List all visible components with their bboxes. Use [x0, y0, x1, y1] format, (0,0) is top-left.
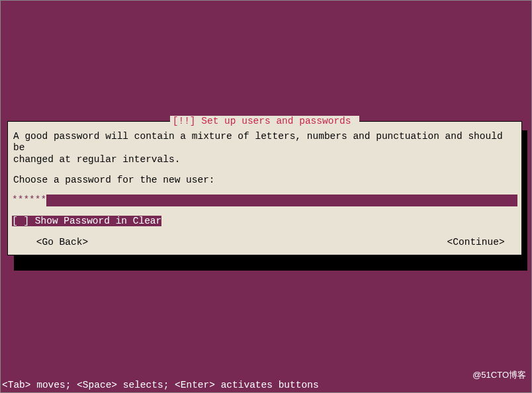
password-field-fill	[52, 195, 517, 206]
text-cursor	[46, 195, 52, 206]
password-value: ******	[12, 195, 46, 206]
checkbox-box: [ ]	[12, 216, 29, 226]
dialog-title: [!!] Set up users and passwords	[170, 116, 359, 127]
show-password-checkbox[interactable]: [ ] Show Password in Clear	[12, 216, 517, 228]
password-input[interactable]: ******	[12, 195, 517, 206]
dialog-body-text: A good password will contain a mixture o…	[12, 130, 517, 165]
password-prompt: Choose a password for the new user:	[12, 165, 517, 186]
title-marker: [!!]	[173, 116, 202, 126]
continue-label: <Continue>	[447, 237, 505, 247]
checkbox-label: Show Password in Clear	[35, 216, 161, 226]
continue-button[interactable]: <Continue>	[447, 237, 516, 248]
go-back-label: <Go Back>	[36, 237, 88, 247]
help-footer: <Tab> moves; <Space> selects; <Enter> ac…	[2, 380, 319, 391]
title-text: Set up users and passwords	[201, 116, 351, 126]
dialog-nav: <Go Back> <Continue>	[12, 237, 517, 248]
dialog-title-wrap: [!!] Set up users and passwords	[8, 116, 521, 127]
password-dialog: [!!] Set up users and passwords A good p…	[7, 121, 522, 255]
go-back-button[interactable]: <Go Back>	[13, 237, 88, 248]
watermark: @51CTO博客	[472, 370, 526, 380]
